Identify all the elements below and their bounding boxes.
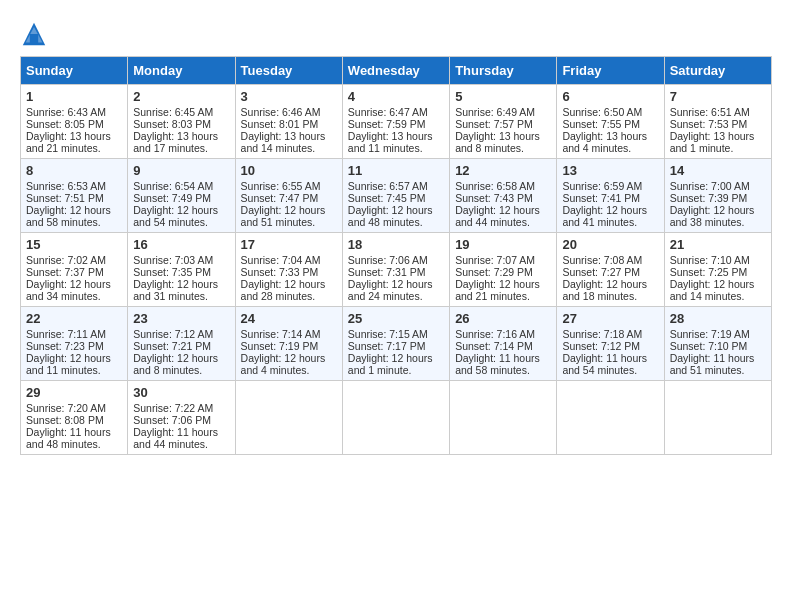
calendar-day-cell bbox=[235, 381, 342, 455]
sunrise-text: Sunrise: 6:54 AM bbox=[133, 180, 229, 192]
sunset-text: Sunset: 7:06 PM bbox=[133, 414, 229, 426]
calendar-day-cell: 24Sunrise: 7:14 AMSunset: 7:19 PMDayligh… bbox=[235, 307, 342, 381]
day-number: 27 bbox=[562, 311, 658, 326]
day-header-thursday: Thursday bbox=[450, 57, 557, 85]
sunrise-text: Sunrise: 7:11 AM bbox=[26, 328, 122, 340]
day-header-saturday: Saturday bbox=[664, 57, 771, 85]
daylight-text: Daylight: 11 hours and 48 minutes. bbox=[26, 426, 122, 450]
day-number: 7 bbox=[670, 89, 766, 104]
sunset-text: Sunset: 7:10 PM bbox=[670, 340, 766, 352]
calendar-day-cell: 15Sunrise: 7:02 AMSunset: 7:37 PMDayligh… bbox=[21, 233, 128, 307]
calendar-week-row: 15Sunrise: 7:02 AMSunset: 7:37 PMDayligh… bbox=[21, 233, 772, 307]
calendar-day-cell: 21Sunrise: 7:10 AMSunset: 7:25 PMDayligh… bbox=[664, 233, 771, 307]
sunrise-text: Sunrise: 7:22 AM bbox=[133, 402, 229, 414]
daylight-text: Daylight: 12 hours and 14 minutes. bbox=[670, 278, 766, 302]
sunset-text: Sunset: 7:33 PM bbox=[241, 266, 337, 278]
sunset-text: Sunset: 7:41 PM bbox=[562, 192, 658, 204]
day-number: 19 bbox=[455, 237, 551, 252]
svg-rect-2 bbox=[30, 34, 38, 44]
calendar-day-cell: 4Sunrise: 6:47 AMSunset: 7:59 PMDaylight… bbox=[342, 85, 449, 159]
daylight-text: Daylight: 12 hours and 24 minutes. bbox=[348, 278, 444, 302]
calendar-day-cell: 23Sunrise: 7:12 AMSunset: 7:21 PMDayligh… bbox=[128, 307, 235, 381]
daylight-text: Daylight: 11 hours and 44 minutes. bbox=[133, 426, 229, 450]
sunrise-text: Sunrise: 7:12 AM bbox=[133, 328, 229, 340]
calendar-table: SundayMondayTuesdayWednesdayThursdayFrid… bbox=[20, 56, 772, 455]
daylight-text: Daylight: 13 hours and 8 minutes. bbox=[455, 130, 551, 154]
calendar-day-cell: 13Sunrise: 6:59 AMSunset: 7:41 PMDayligh… bbox=[557, 159, 664, 233]
day-number: 8 bbox=[26, 163, 122, 178]
sunset-text: Sunset: 7:49 PM bbox=[133, 192, 229, 204]
day-number: 26 bbox=[455, 311, 551, 326]
calendar-day-cell: 3Sunrise: 6:46 AMSunset: 8:01 PMDaylight… bbox=[235, 85, 342, 159]
sunrise-text: Sunrise: 7:18 AM bbox=[562, 328, 658, 340]
daylight-text: Daylight: 12 hours and 38 minutes. bbox=[670, 204, 766, 228]
day-number: 12 bbox=[455, 163, 551, 178]
calendar-day-cell: 8Sunrise: 6:53 AMSunset: 7:51 PMDaylight… bbox=[21, 159, 128, 233]
calendar-day-cell: 20Sunrise: 7:08 AMSunset: 7:27 PMDayligh… bbox=[557, 233, 664, 307]
calendar-day-cell: 17Sunrise: 7:04 AMSunset: 7:33 PMDayligh… bbox=[235, 233, 342, 307]
calendar-day-cell: 30Sunrise: 7:22 AMSunset: 7:06 PMDayligh… bbox=[128, 381, 235, 455]
sunrise-text: Sunrise: 7:00 AM bbox=[670, 180, 766, 192]
sunrise-text: Sunrise: 7:19 AM bbox=[670, 328, 766, 340]
calendar-day-cell: 6Sunrise: 6:50 AMSunset: 7:55 PMDaylight… bbox=[557, 85, 664, 159]
daylight-text: Daylight: 11 hours and 51 minutes. bbox=[670, 352, 766, 376]
sunrise-text: Sunrise: 6:53 AM bbox=[26, 180, 122, 192]
daylight-text: Daylight: 12 hours and 4 minutes. bbox=[241, 352, 337, 376]
day-number: 25 bbox=[348, 311, 444, 326]
day-number: 24 bbox=[241, 311, 337, 326]
daylight-text: Daylight: 13 hours and 4 minutes. bbox=[562, 130, 658, 154]
daylight-text: Daylight: 12 hours and 41 minutes. bbox=[562, 204, 658, 228]
day-number: 2 bbox=[133, 89, 229, 104]
sunset-text: Sunset: 7:25 PM bbox=[670, 266, 766, 278]
daylight-text: Daylight: 13 hours and 14 minutes. bbox=[241, 130, 337, 154]
calendar-week-row: 22Sunrise: 7:11 AMSunset: 7:23 PMDayligh… bbox=[21, 307, 772, 381]
calendar-day-cell: 2Sunrise: 6:45 AMSunset: 8:03 PMDaylight… bbox=[128, 85, 235, 159]
day-number: 15 bbox=[26, 237, 122, 252]
calendar-day-cell: 7Sunrise: 6:51 AMSunset: 7:53 PMDaylight… bbox=[664, 85, 771, 159]
calendar-day-cell bbox=[450, 381, 557, 455]
day-header-monday: Monday bbox=[128, 57, 235, 85]
sunset-text: Sunset: 7:35 PM bbox=[133, 266, 229, 278]
daylight-text: Daylight: 12 hours and 21 minutes. bbox=[455, 278, 551, 302]
daylight-text: Daylight: 13 hours and 21 minutes. bbox=[26, 130, 122, 154]
day-number: 9 bbox=[133, 163, 229, 178]
sunset-text: Sunset: 7:59 PM bbox=[348, 118, 444, 130]
day-number: 10 bbox=[241, 163, 337, 178]
calendar-header-row: SundayMondayTuesdayWednesdayThursdayFrid… bbox=[21, 57, 772, 85]
sunset-text: Sunset: 7:45 PM bbox=[348, 192, 444, 204]
day-number: 17 bbox=[241, 237, 337, 252]
sunrise-text: Sunrise: 6:47 AM bbox=[348, 106, 444, 118]
sunrise-text: Sunrise: 6:58 AM bbox=[455, 180, 551, 192]
calendar-day-cell: 26Sunrise: 7:16 AMSunset: 7:14 PMDayligh… bbox=[450, 307, 557, 381]
sunrise-text: Sunrise: 6:45 AM bbox=[133, 106, 229, 118]
sunset-text: Sunset: 7:53 PM bbox=[670, 118, 766, 130]
calendar-day-cell: 11Sunrise: 6:57 AMSunset: 7:45 PMDayligh… bbox=[342, 159, 449, 233]
daylight-text: Daylight: 12 hours and 11 minutes. bbox=[26, 352, 122, 376]
sunrise-text: Sunrise: 7:02 AM bbox=[26, 254, 122, 266]
sunrise-text: Sunrise: 7:10 AM bbox=[670, 254, 766, 266]
calendar-day-cell: 22Sunrise: 7:11 AMSunset: 7:23 PMDayligh… bbox=[21, 307, 128, 381]
day-header-sunday: Sunday bbox=[21, 57, 128, 85]
sunrise-text: Sunrise: 6:59 AM bbox=[562, 180, 658, 192]
logo-icon bbox=[20, 20, 48, 48]
calendar-day-cell bbox=[664, 381, 771, 455]
calendar-day-cell: 1Sunrise: 6:43 AMSunset: 8:05 PMDaylight… bbox=[21, 85, 128, 159]
sunrise-text: Sunrise: 6:46 AM bbox=[241, 106, 337, 118]
sunrise-text: Sunrise: 6:43 AM bbox=[26, 106, 122, 118]
daylight-text: Daylight: 12 hours and 28 minutes. bbox=[241, 278, 337, 302]
daylight-text: Daylight: 12 hours and 48 minutes. bbox=[348, 204, 444, 228]
daylight-text: Daylight: 12 hours and 31 minutes. bbox=[133, 278, 229, 302]
sunset-text: Sunset: 7:23 PM bbox=[26, 340, 122, 352]
calendar-day-cell: 25Sunrise: 7:15 AMSunset: 7:17 PMDayligh… bbox=[342, 307, 449, 381]
sunrise-text: Sunrise: 7:06 AM bbox=[348, 254, 444, 266]
sunset-text: Sunset: 7:57 PM bbox=[455, 118, 551, 130]
daylight-text: Daylight: 12 hours and 18 minutes. bbox=[562, 278, 658, 302]
daylight-text: Daylight: 12 hours and 44 minutes. bbox=[455, 204, 551, 228]
sunrise-text: Sunrise: 7:20 AM bbox=[26, 402, 122, 414]
calendar-day-cell: 10Sunrise: 6:55 AMSunset: 7:47 PMDayligh… bbox=[235, 159, 342, 233]
calendar-week-row: 1Sunrise: 6:43 AMSunset: 8:05 PMDaylight… bbox=[21, 85, 772, 159]
daylight-text: Daylight: 12 hours and 1 minute. bbox=[348, 352, 444, 376]
sunset-text: Sunset: 8:03 PM bbox=[133, 118, 229, 130]
page-header bbox=[20, 20, 772, 48]
sunrise-text: Sunrise: 6:49 AM bbox=[455, 106, 551, 118]
